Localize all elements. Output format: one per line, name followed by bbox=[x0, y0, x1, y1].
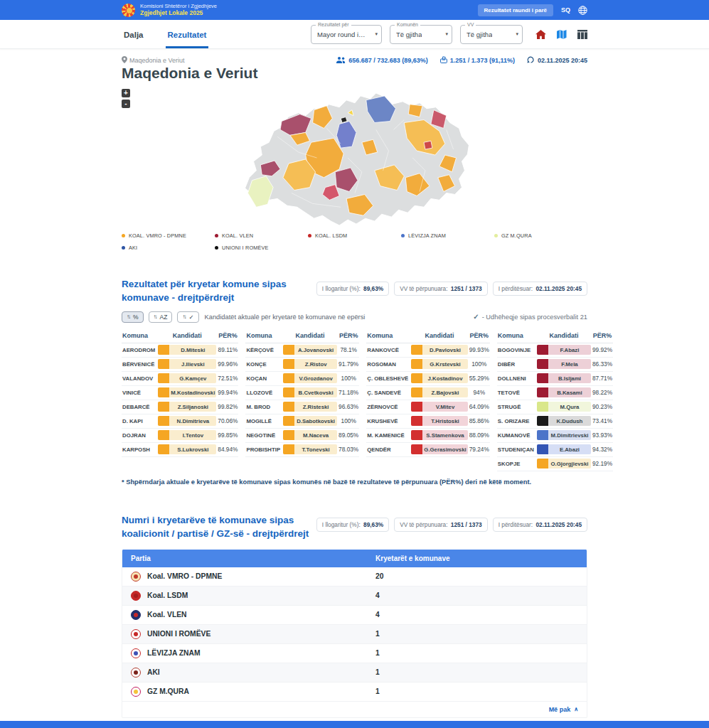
result-row: KRUSHEVËT.Hristoski85.86% bbox=[366, 414, 490, 428]
last-updated-stat: 02.11.2025 20:45 bbox=[527, 56, 587, 65]
candidate-chip: B.Isljami bbox=[537, 373, 591, 383]
percent-cell: 96.63% bbox=[338, 400, 359, 414]
party-color-block bbox=[283, 444, 294, 454]
party-row: GZ M.QURA1 bbox=[122, 682, 587, 702]
results-section-title: Rezultatet për kryetar komune sipas komu… bbox=[122, 278, 316, 305]
percent-cell: 85.86% bbox=[469, 414, 490, 428]
party-color-block bbox=[158, 402, 169, 412]
candidate-chip: J.Kostadinov bbox=[411, 373, 467, 383]
map-zoom-in-button[interactable]: + bbox=[122, 89, 130, 97]
candidate-cell: M.Dimitrievski bbox=[536, 428, 592, 442]
party-name: GZ M.QURA bbox=[147, 687, 189, 695]
candidate-chip: Z.Bajovski bbox=[411, 387, 467, 397]
legend-item-lsdm: KOAL. LSDM bbox=[308, 232, 401, 239]
legend-item-vlen: KOAL. VLEN bbox=[215, 232, 308, 239]
sort-button-2[interactable]: ↑↓AZ bbox=[149, 311, 173, 323]
party-color-block bbox=[283, 373, 294, 383]
komuna-cell: RANKOVCË bbox=[366, 343, 410, 357]
komuna-cell: TETOVË bbox=[497, 385, 536, 400]
globe-icon[interactable] bbox=[578, 6, 587, 15]
sort-note: Kandidatët aktualë për kryetarë të komun… bbox=[205, 314, 366, 321]
tab-rezultatet[interactable]: Rezultatet bbox=[166, 20, 209, 48]
result-row: DEBARCËZ.Siljanoski99.82% bbox=[122, 400, 238, 414]
result-row: D. KAPIN.Dimitrieva70.06% bbox=[122, 414, 238, 428]
candidate-chip: D.Miteski bbox=[158, 345, 216, 355]
candidate-cell: B.Cvetkovski bbox=[282, 385, 338, 400]
show-less-link[interactable]: Më pak ∧ bbox=[122, 702, 587, 717]
candidate-cell: E.Abazi bbox=[536, 442, 592, 456]
result-row: MOGILLËD.Sabotkovski100% bbox=[245, 414, 359, 428]
party-color-block bbox=[537, 387, 548, 397]
party-color-block bbox=[158, 387, 169, 397]
result-row: Ç. SANDEVËZ.Bajovski94% bbox=[366, 385, 490, 400]
party-color-block bbox=[283, 416, 294, 426]
candidate-name: Z.Ristov bbox=[294, 361, 337, 368]
filter-select-3[interactable]: VVTë gjitha▾ bbox=[460, 25, 523, 44]
party-color-block bbox=[283, 387, 294, 397]
legend-label: UNIONI I ROMËVE bbox=[222, 245, 269, 251]
sort-button-1[interactable]: ↑↓% bbox=[122, 311, 144, 323]
party-count: 4 bbox=[375, 592, 578, 599]
home-icon[interactable] bbox=[535, 30, 546, 39]
candidate-chip: V.Mitev bbox=[411, 402, 467, 412]
stations-value: 1.251 / 1.373 (91,11%) bbox=[450, 57, 515, 64]
stat-badge: I përditësuar: 02.11.2025 20:45 bbox=[493, 282, 587, 296]
macedonia-choropleth-map[interactable] bbox=[235, 87, 475, 228]
ballot-box-icon bbox=[440, 56, 447, 65]
update-icon bbox=[527, 56, 535, 65]
percent-cell: 55.29% bbox=[469, 371, 490, 385]
komuna-cell: DOJRAN bbox=[122, 428, 157, 442]
party-row: AKI1 bbox=[122, 663, 587, 682]
candidate-chip: M.Qura bbox=[537, 402, 591, 412]
party-row: Koal. LSDM4 bbox=[122, 587, 587, 606]
map-view-icon[interactable] bbox=[557, 30, 567, 39]
sort-button-3[interactable]: ↑↓✓ bbox=[177, 311, 198, 323]
legend-dot-icon bbox=[122, 234, 125, 237]
column-header: Komuna bbox=[497, 328, 536, 343]
party-color-block bbox=[411, 387, 422, 397]
map-zoom-out-button[interactable]: - bbox=[122, 100, 130, 108]
party-logo-icon bbox=[131, 629, 141, 639]
party-color-block bbox=[537, 359, 548, 369]
candidate-cell: J.Ilievski bbox=[157, 357, 217, 371]
column-header: PËR% bbox=[338, 328, 359, 343]
tab-dalja[interactable]: Dalja bbox=[122, 20, 146, 48]
party-row: LËVIZJA ZNAM1 bbox=[122, 644, 587, 663]
candidate-cell: S.Stamenkova bbox=[410, 428, 468, 442]
first-round-results-button[interactable]: Rezultatet raundi i parë bbox=[478, 4, 553, 16]
candidate-name: M.Qura bbox=[548, 404, 591, 410]
percent-cell: 89.05% bbox=[338, 428, 359, 442]
table-view-icon[interactable] bbox=[577, 30, 587, 39]
party-logo-icon bbox=[131, 648, 141, 658]
komuna-cell: M. BROD bbox=[245, 400, 282, 414]
komuna-cell: S. ORIZARE bbox=[497, 414, 536, 428]
percent-cell: 86.33% bbox=[592, 357, 613, 371]
column-header: PËR% bbox=[469, 328, 490, 343]
voters-icon bbox=[336, 57, 346, 65]
result-row: VINICËM.Kostadinovski99.94% bbox=[122, 385, 238, 400]
filter-list: Rezultatet përMayor round in the ...▾Kom… bbox=[311, 25, 523, 44]
filter-select-2[interactable]: KomunënTë gjitha▾ bbox=[390, 25, 452, 44]
voters-value: 656.687 / 732.683 (89,63%) bbox=[348, 57, 428, 64]
column-header: Kandidati bbox=[282, 328, 338, 343]
candidate-cell: B.Kasami bbox=[536, 385, 592, 400]
candidate-chip: K.Dudush bbox=[537, 416, 591, 426]
stat-badge: VV të përpunuara: 1251 / 1373 bbox=[394, 518, 488, 532]
party-color-block bbox=[158, 359, 169, 369]
candidate-name: M.Kostadinovski bbox=[169, 390, 216, 396]
party-color-block bbox=[411, 373, 422, 383]
candidate-cell: G.Gerasimovski bbox=[410, 442, 468, 456]
candidate-name: G.Kamçev bbox=[169, 375, 216, 382]
result-row: KONÇEZ.Ristov91.79% bbox=[245, 357, 359, 371]
column-header: Komuna bbox=[366, 328, 410, 343]
filter-label: VV bbox=[465, 22, 476, 27]
language-selector[interactable]: SQ bbox=[561, 6, 570, 14]
candidate-cell: Z.Siljanoski bbox=[157, 400, 217, 414]
filter-select-1[interactable]: Rezultatet përMayor round in the ...▾ bbox=[311, 25, 382, 44]
party-name: Koal. VLEN bbox=[147, 611, 187, 619]
candidate-name: F.Mela bbox=[548, 361, 591, 368]
map-legend: KOAL. VMRO - DPMNEKOAL. VLENKOAL. LSDMLË… bbox=[122, 232, 587, 257]
tab-list: DaljaRezultatet bbox=[122, 20, 228, 48]
party-count: 4 bbox=[375, 611, 578, 619]
verify-note-text: - Udhëheqje sipas procesverbalit 21 bbox=[482, 314, 587, 321]
